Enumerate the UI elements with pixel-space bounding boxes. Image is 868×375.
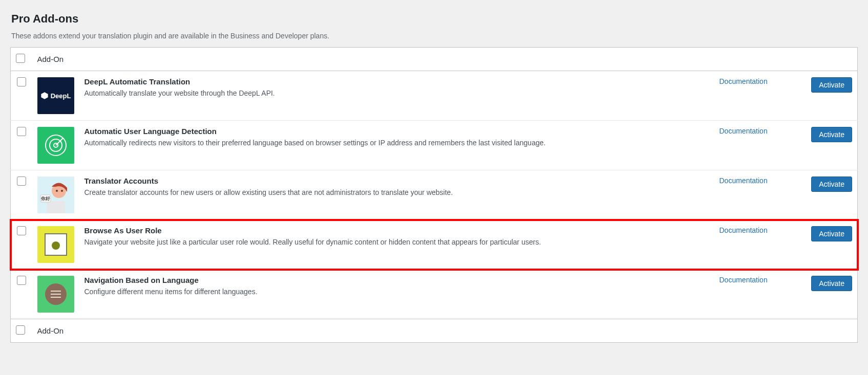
menu-icon <box>37 276 74 313</box>
translator-icon: 你好 <box>37 177 74 213</box>
svg-point-7 <box>56 190 58 192</box>
browse-icon <box>37 226 74 263</box>
select-all-footer-checkbox[interactable] <box>16 325 25 335</box>
deepl-icon-label: DeepL <box>51 92 71 100</box>
addon-title: Automatic User Language Detection <box>84 127 709 136</box>
activate-button[interactable]: Activate <box>811 226 852 241</box>
documentation-link[interactable]: Documentation <box>719 177 768 185</box>
row-checkbox[interactable] <box>17 226 26 235</box>
addon-title: DeepL Automatic Translation <box>84 77 709 86</box>
svg-text:你好: 你好 <box>40 196 50 201</box>
activate-button[interactable]: Activate <box>811 177 852 192</box>
svg-rect-9 <box>47 201 65 213</box>
addon-row-navigation: Navigation Based on Language Configure d… <box>11 270 858 319</box>
radar-icon <box>37 127 74 164</box>
addon-description: Create translator accounts for new users… <box>84 187 709 198</box>
activate-button[interactable]: Activate <box>811 77 852 93</box>
activate-button[interactable]: Activate <box>811 127 852 142</box>
select-all-checkbox[interactable] <box>16 54 25 63</box>
row-checkbox[interactable] <box>17 127 26 136</box>
page-title: Pro Add-ons <box>11 12 858 26</box>
addon-row-auld: Automatic User Language Detection Automa… <box>11 121 858 170</box>
footer-checkbox-cell <box>11 319 32 343</box>
svg-marker-0 <box>41 92 48 99</box>
footer-addon-label: Add-On <box>32 319 858 343</box>
addon-row-browse-as-user-role: Browse As User Role Navigate your websit… <box>11 220 858 270</box>
header-checkbox-cell <box>11 48 32 71</box>
addon-title: Translator Accounts <box>84 177 709 185</box>
deepl-icon: DeepL <box>37 77 74 114</box>
documentation-link[interactable]: Documentation <box>719 77 768 85</box>
row-checkbox[interactable] <box>17 177 26 186</box>
addon-title: Browse As User Role <box>84 226 709 235</box>
row-checkbox[interactable] <box>17 77 26 86</box>
documentation-link[interactable]: Documentation <box>719 276 768 284</box>
addon-description: Configure different menu items for diffe… <box>84 286 709 297</box>
activate-button[interactable]: Activate <box>811 276 852 291</box>
addon-description: Navigate your website just like a partic… <box>84 237 709 248</box>
addon-description: Automatically redirects new visitors to … <box>84 138 709 148</box>
documentation-link[interactable]: Documentation <box>719 127 768 135</box>
row-checkbox[interactable] <box>17 276 26 285</box>
addon-row-translator: 你好 Translator Accounts Create translator… <box>11 170 858 220</box>
addons-table: Add-On DeepL DeepL Automatic Translation… <box>10 47 858 343</box>
documentation-link[interactable]: Documentation <box>719 226 768 234</box>
page-description: These addons extend your translation plu… <box>11 32 858 40</box>
svg-point-8 <box>61 190 63 192</box>
addon-row-deepl: DeepL DeepL Automatic Translation Automa… <box>11 71 858 121</box>
header-addon-label: Add-On <box>32 48 858 71</box>
addon-title: Navigation Based on Language <box>84 276 709 284</box>
addon-description: Automatically translate your website thr… <box>84 88 709 99</box>
